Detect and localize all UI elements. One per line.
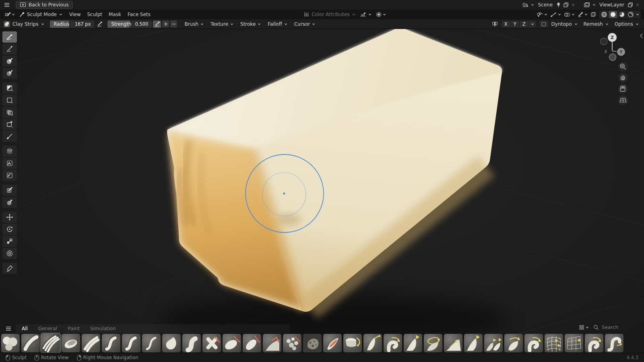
tool-move[interactable] [2,212,17,223]
visibility-dropdown[interactable] [536,12,548,17]
strength-slider[interactable]: Strength 0.500 [107,21,152,28]
brush-thumbnail-6[interactable] [102,334,120,352]
tool-box-hide[interactable] [2,95,17,106]
dyntopo-dropdown[interactable]: Dyntopo [551,21,578,27]
shelf-tab-simulation[interactable]: Simulation [85,324,121,333]
brush-thumbnail-25[interactable] [484,334,503,352]
annotation-dropdown[interactable] [578,12,588,17]
strength-pressure-toggle[interactable] [153,21,161,28]
sidebar-toggle-chevron[interactable] [640,34,642,38]
brush-thumbnail-24[interactable] [464,334,483,352]
delete-scene-button[interactable] [571,2,576,7]
tool-box-face-set[interactable] [2,107,17,118]
remove-brush-button[interactable]: − [170,21,177,27]
scene-icon[interactable] [522,2,528,8]
zoom-button[interactable] [618,62,628,72]
tool-annotate[interactable] [2,263,17,274]
mode-selector[interactable]: Sculpt Mode [16,12,66,17]
sculpt-object[interactable] [167,29,502,312]
panel-stroke[interactable]: Stroke [237,20,264,28]
shading-chevron-icon[interactable] [636,12,640,16]
brush-thumbnail-28[interactable] [545,334,563,352]
menu-sculpt[interactable]: Sculpt [84,10,105,19]
brush-thumbnail-22[interactable] [424,334,442,352]
display-channel-dropdown[interactable] [376,12,386,17]
remove-viewlayer-button[interactable] [635,2,640,7]
viewlayer-icon[interactable] [584,2,590,8]
brush-thumbnail-9[interactable] [162,334,181,352]
brush-thumbnail-27[interactable] [524,334,543,352]
brush-thumbnail-8[interactable] [142,334,161,352]
shelf-tab-paint[interactable]: Paint [62,324,85,333]
scene-chevron-icon[interactable] [530,3,535,7]
pin-icon[interactable] [556,2,561,8]
brush-thumbnail-17[interactable] [323,334,342,352]
mirror-y-toggle[interactable]: Y [511,21,520,27]
brush-thumbnail-14[interactable] [263,334,281,352]
shading-material-button[interactable] [618,11,626,18]
new-scene-button[interactable] [563,2,569,8]
brush-thumbnail-26[interactable] [504,334,523,352]
editor-type-button[interactable] [4,12,15,18]
brush-thumbnail-4[interactable] [62,334,80,352]
brush-thumbnail-7[interactable] [122,334,140,352]
brush-thumbnail-31[interactable] [605,334,623,352]
panel-brush[interactable]: Brush [181,20,207,28]
scene-selector[interactable]: Scene [537,2,554,8]
add-brush-button[interactable]: + [162,21,169,27]
brush-thumbnail-20[interactable] [384,334,402,352]
panel-falloff[interactable]: Falloff [264,20,291,28]
shading-wireframe-button[interactable] [600,11,608,18]
brush-thumbnail-29[interactable] [565,334,583,352]
brush-thumbnail-5[interactable] [82,334,100,352]
color-attributes-dropdown[interactable]: Color Attributes [303,12,355,17]
panel-cursor[interactable]: Cursor [291,20,319,28]
asset-shelf-menu-icon[interactable] [5,326,12,331]
shading-solid-button[interactable] [609,11,617,18]
remesh-dropdown[interactable]: Remesh [584,21,609,27]
tool-mesh-filter[interactable] [2,146,17,157]
brush-thumbnail-10[interactable] [182,334,201,352]
gizmo-negative-z-ball[interactable] [609,54,616,61]
brush-thumbnail-1[interactable] [1,334,20,352]
tool-box-trim[interactable] [2,119,17,130]
camera-view-button[interactable] [618,84,628,94]
tool-transform[interactable] [2,248,17,259]
viewlayer-selector[interactable]: ViewLayer [598,2,625,8]
brush-thumbnail-3[interactable] [41,334,60,352]
3d-viewport[interactable]: X Y Z [0,29,644,353]
tool-line-project[interactable] [2,131,17,142]
tool-rotate[interactable] [2,224,17,235]
brush-thumbnail-12[interactable] [223,334,241,352]
navigation-gizmo[interactable]: X Y Z [601,33,625,61]
panel-texture[interactable]: Texture [207,20,237,28]
tool-color-filter[interactable] [2,170,17,181]
shelf-tab-general[interactable]: General [33,324,62,333]
tool-face-set-brush[interactable] [2,68,17,79]
tool-cloth-filter[interactable] [2,158,17,169]
brush-thumbnail-19[interactable] [363,334,382,352]
tool-mask-by-color[interactable] [2,197,17,208]
radius-pressure-toggle[interactable] [95,21,103,28]
tool-box-mask[interactable] [2,82,17,94]
tool-edit-face-set[interactable] [2,185,17,196]
pan-button[interactable] [618,73,628,82]
app-menu-icon[interactable] [4,2,10,8]
brush-thumbnail-21[interactable] [404,334,422,352]
brush-thumbnail-13[interactable] [243,334,261,352]
mirror-z-toggle[interactable]: Z [520,21,529,27]
new-viewlayer-button[interactable] [627,2,633,8]
brush-thumbnail-18[interactable] [343,334,362,352]
tool-mask-brush[interactable] [2,56,17,67]
brush-thumbnail-30[interactable] [585,334,603,352]
falloff-dropdown[interactable] [360,12,372,17]
back-to-previous-button[interactable]: Back to Previous [16,1,73,9]
brush-thumbnail-2[interactable] [21,334,40,352]
brush-selector[interactable]: Clay Strips [0,21,48,27]
tool-scale[interactable] [2,236,17,247]
brush-thumbnail-11[interactable] [202,334,221,352]
tool-erase-brush[interactable] [2,43,17,55]
mirror-x-toggle[interactable]: X [502,21,511,27]
brush-thumbnail-15[interactable] [283,334,301,352]
dyntopo-checkbox[interactable] [539,21,548,27]
